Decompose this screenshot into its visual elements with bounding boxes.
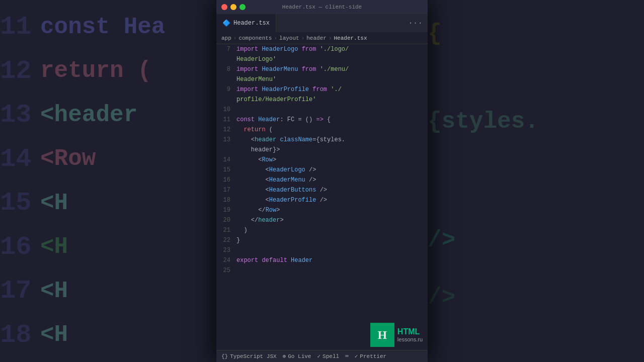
line-number: 7 [216,44,234,54]
line-content: HeaderLogo' [234,54,428,64]
editor-panel: Header.tsx — client-side 🔷 Header.tsx ··… [216,0,428,362]
line-number: 23 [216,245,234,255]
line-content: import HeaderProfile from './ [234,84,428,95]
golive-icon: ⊕ [283,353,286,359]
code-line-9b: profile/HeaderProfile' [216,95,428,105]
tab-header-tsx[interactable]: 🔷 Header.tsx [216,14,276,32]
status-keyboard[interactable]: ⌨ [345,353,349,359]
line-number: 16 [216,175,234,185]
bg-row: 12 return ( [0,52,216,90]
bg-row: 16 <H [0,228,216,266]
line-content: </header> [234,215,428,225]
line-content [234,265,428,276]
watermark-logo: H [370,323,394,347]
line-content: return ( [234,125,428,135]
line-number: 9 [216,84,234,95]
prettier-label: Prettier [360,353,386,359]
code-line-14: 14 <Row> [216,155,428,165]
background-right: { {styles. /> /> [428,0,644,362]
code-line-11: 11 const Header: FC = () => { [216,115,428,125]
line-content: ) [234,225,428,235]
watermark-name: HTML [397,327,423,336]
code-line-13b: header}> [216,145,428,155]
line-content: <HeaderProfile /> [234,195,428,205]
line-content: <HeaderLogo /> [234,165,428,175]
bg-row: 17 <H [0,272,216,310]
bg-row: 18 <H [0,316,216,354]
minimize-button[interactable] [230,4,236,10]
status-bar: {} TypeScript JSX ⊕ Go Live ✓ Spell ⌨ ✓ … [216,350,428,362]
code-editor[interactable]: 7 import HeaderLogo from './logo/ Header… [216,44,428,350]
line-content: HeaderMenu' [234,74,428,84]
status-golive[interactable]: ⊕ Go Live [283,353,311,359]
line-content: <header className={styles. [234,135,428,145]
breadcrumb-app[interactable]: app [221,35,231,41]
line-content: import HeaderMenu from './menu/ [234,64,428,74]
window-title: Header.tsx — client-side [282,4,362,10]
line-number: 25 [216,265,234,276]
spell-icon: ✓ [317,353,320,359]
line-number: 18 [216,195,234,205]
prettier-icon: ✓ [355,353,358,359]
line-number: 14 [216,155,234,165]
line-number: 10 [216,105,234,115]
code-line-24: 24 export default Header [216,255,428,265]
line-number: 19 [216,205,234,215]
code-line-8b: HeaderMenu' [216,74,428,84]
code-line-22: 22 } [216,235,428,245]
code-line-13: 13 <header className={styles. [216,135,428,145]
code-line-7b: HeaderLogo' [216,54,428,64]
line-number: 17 [216,185,234,195]
tab-more-button[interactable]: ··· [403,14,428,32]
code-line-16: 16 <HeaderMenu /> [216,175,428,185]
code-line-17: 17 <HeaderButtons /> [216,185,428,195]
line-number: 13 [216,135,234,145]
code-line-21: 21 ) [216,225,428,235]
breadcrumb-header[interactable]: header [306,35,327,41]
code-line-9: 9 import HeaderProfile from './ [216,84,428,95]
line-number: 8 [216,64,234,74]
line-content: const Header: FC = () => { [234,115,428,125]
title-bar: Header.tsx — client-side [216,0,428,14]
language-label: TypeScript JSX [230,353,276,359]
code-line-25: 25 [216,265,428,276]
line-number: 21 [216,225,234,235]
spell-label: Spell [323,353,339,359]
line-content: header}> [234,145,428,155]
breadcrumb-layout[interactable]: layout [279,35,299,41]
breadcrumb-components[interactable]: components [238,35,272,41]
line-content: profile/HeaderProfile' [234,95,428,105]
tab-bar: 🔷 Header.tsx ··· [216,14,428,32]
code-line-7: 7 import HeaderLogo from './logo/ [216,44,428,54]
line-content: <Row> [234,155,428,165]
watermark: H HTML lessons.ru [370,323,423,347]
code-line-12: 12 return ( [216,125,428,135]
line-content: export default Header [234,255,428,265]
breadcrumb: app › components › layout › header › Hea… [216,32,428,44]
breadcrumb-file[interactable]: Header.tsx [334,35,367,41]
line-number: 15 [216,165,234,175]
status-language[interactable]: {} TypeScript JSX [221,353,277,359]
line-number: 24 [216,255,234,265]
line-number: 11 [216,115,234,125]
line-number: 20 [216,215,234,225]
maximize-button[interactable] [239,4,246,10]
keyboard-icon: ⌨ [345,353,349,359]
code-line-15: 15 <HeaderLogo /> [216,165,428,175]
line-content: <HeaderMenu /> [234,175,428,185]
code-line-20: 20 </header> [216,215,428,225]
bg-row: 15 <H [0,184,216,222]
code-line-23: 23 [216,245,428,255]
bg-row: 14 <Row [0,140,216,178]
background-left: 11 const Hea 12 return ( 13 <header 14 <… [0,0,216,362]
bg-row: 11 const Hea [0,8,216,46]
status-spell[interactable]: ✓ Spell [317,353,339,359]
bg-row: 13 <header [0,96,216,134]
line-content [234,105,428,115]
status-prettier[interactable]: ✓ Prettier [355,353,386,359]
line-number: 12 [216,125,234,135]
close-button[interactable] [221,4,227,10]
line-content: import HeaderLogo from './logo/ [234,44,428,54]
code-line-10: 10 [216,105,428,115]
golive-label: Go Live [288,353,311,359]
